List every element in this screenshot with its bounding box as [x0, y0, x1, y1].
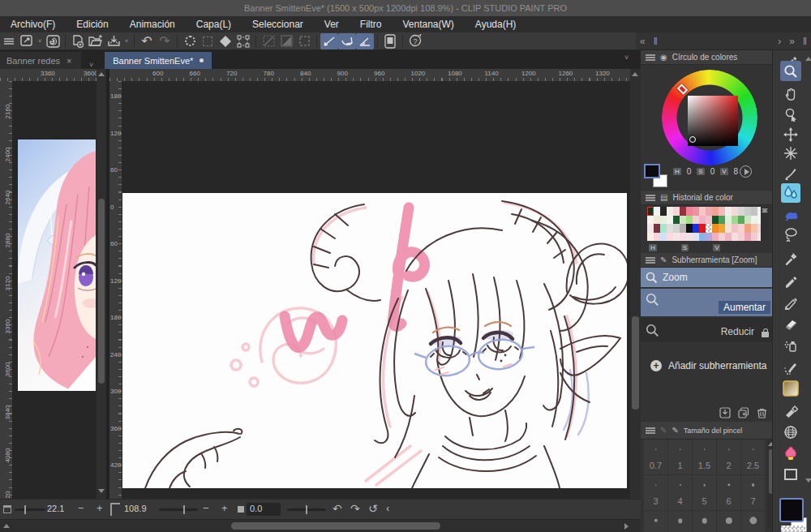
history-sort-key[interactable]: S	[681, 244, 689, 251]
scrollbar-thumb[interactable]	[231, 522, 440, 530]
redo-icon[interactable]: ↷	[156, 33, 174, 49]
brush-size-cell[interactable]: 15	[717, 511, 740, 532]
history-swatch[interactable]	[699, 233, 706, 242]
history-swatch[interactable]	[693, 216, 699, 225]
history-swatch[interactable]	[712, 207, 719, 216]
pencil-tool[interactable]	[780, 292, 801, 312]
deselect-icon[interactable]	[217, 33, 234, 49]
history-swatch[interactable]	[660, 224, 667, 233]
operation-tool[interactable]	[780, 104, 801, 124]
menu-item[interactable]: Seleccionar	[242, 16, 314, 32]
history-swatch[interactable]	[732, 224, 738, 233]
saturation-value-box[interactable]	[688, 96, 738, 146]
history-swatch[interactable]	[673, 224, 680, 233]
history-swatch[interactable]	[738, 233, 744, 242]
brush-size-cell[interactable]: 1	[668, 440, 692, 474]
history-swatch[interactable]	[686, 216, 693, 225]
expand-up-icon[interactable]	[3, 524, 10, 528]
collapse-left-icon[interactable]: «	[636, 36, 650, 47]
eraser-tool[interactable]	[780, 313, 801, 333]
frame-border-tool[interactable]	[780, 464, 801, 484]
auto-select-tool[interactable]	[780, 143, 801, 163]
color-wheel-panel-header[interactable]: ◉ Círculo de colores	[641, 50, 772, 65]
scroll-up-icon[interactable]	[98, 72, 105, 76]
history-swatch[interactable]	[712, 216, 719, 225]
scrollbar-thumb[interactable]	[632, 316, 639, 410]
history-swatch[interactable]	[654, 216, 660, 225]
tab-close-icon[interactable]: ×	[67, 56, 71, 66]
brush-size-cell[interactable]: 2.5	[741, 440, 765, 474]
gradient-tool[interactable]	[780, 378, 801, 398]
history-swatch[interactable]	[660, 207, 667, 216]
clip-studio-open-icon[interactable]	[18, 33, 36, 49]
history-swatch[interactable]	[712, 233, 719, 242]
history-swatch[interactable]	[744, 224, 751, 233]
canvas-dropdown-icon[interactable]: ˅	[624, 54, 629, 62]
history-swatch[interactable]	[660, 216, 667, 225]
history-swatch[interactable]	[725, 224, 732, 233]
expand-all-icon[interactable]: »	[785, 36, 799, 47]
marker-tool[interactable]	[780, 400, 801, 420]
duplicate-subtool-icon[interactable]	[738, 407, 749, 418]
history-swatch[interactable]	[647, 216, 654, 225]
history-swatch[interactable]	[654, 233, 660, 242]
hand-tool[interactable]	[780, 84, 801, 104]
panel-menu-icon[interactable]	[646, 257, 655, 264]
main-pane-h-scrollbar[interactable]	[0, 519, 641, 532]
history-swatch[interactable]	[725, 207, 732, 216]
snap-grid-icon[interactable]	[295, 33, 313, 49]
history-swatch[interactable]	[667, 207, 673, 216]
scroll-down-icon[interactable]	[762, 208, 768, 212]
history-swatch[interactable]	[654, 224, 660, 233]
companion-mode-icon[interactable]	[381, 33, 399, 49]
history-swatch[interactable]	[686, 224, 693, 233]
history-swatch[interactable]	[680, 233, 686, 242]
tab-dropdown-icon[interactable]: ˅	[89, 61, 93, 69]
divider-grip2-icon[interactable]: ‖	[799, 36, 811, 47]
history-swatch[interactable]	[712, 224, 719, 233]
main-pane-v-scrollbar[interactable]	[630, 69, 641, 511]
menu-item[interactable]: Animación	[119, 16, 186, 32]
divider-grip-icon[interactable]: ‖	[650, 36, 662, 47]
brush-size-cell[interactable]: 10	[668, 511, 692, 532]
ruler-corner-icon[interactable]	[110, 503, 120, 516]
decoration-tool[interactable]	[780, 357, 801, 377]
history-swatch[interactable]	[699, 207, 706, 216]
history-swatch[interactable]	[751, 233, 757, 242]
menu-item[interactable]: Filtro	[350, 16, 393, 32]
main-menu-icon[interactable]	[0, 33, 18, 49]
menu-item[interactable]: Ayuda(H)	[465, 16, 526, 32]
rotation-value-box[interactable]: 0.0	[247, 503, 281, 516]
airbrush-tool[interactable]	[780, 335, 801, 355]
select-area-icon[interactable]	[199, 33, 217, 49]
history-swatch[interactable]	[706, 224, 712, 233]
history-swatch[interactable]	[654, 207, 660, 216]
panel-menu-icon[interactable]	[646, 427, 655, 434]
history-swatch[interactable]	[686, 207, 693, 216]
navigator-icon[interactable]	[3, 505, 11, 513]
transform-icon[interactable]	[234, 33, 252, 49]
history-swatch[interactable]	[680, 207, 686, 216]
history-swatch[interactable]	[732, 216, 738, 225]
menu-item[interactable]: Ventana(W)	[392, 16, 464, 32]
tab-banner-smitteneve[interactable]: Banner SmittenEve*	[105, 52, 212, 69]
brush-size-cell[interactable]: 3	[644, 475, 667, 510]
history-swatch[interactable]	[744, 216, 751, 225]
history-swatch[interactable]	[719, 207, 725, 216]
history-swatch[interactable]	[647, 207, 654, 216]
collapse-status-icon[interactable]: ‹	[386, 502, 389, 514]
menu-item[interactable]: Archivo(F)	[0, 16, 66, 32]
history-swatch[interactable]	[719, 224, 725, 233]
history-swatch[interactable]	[751, 216, 757, 225]
history-swatch[interactable]	[667, 224, 673, 233]
clip-studio-spiral-icon[interactable]	[44, 33, 62, 49]
color-history-panel-header[interactable]: ▤ Historial de color	[641, 191, 772, 205]
left-zoom-out-button[interactable]: −	[78, 502, 84, 514]
left-zoom-slider[interactable]	[15, 508, 45, 511]
history-swatch[interactable]	[732, 207, 738, 216]
subtool-item-reducir[interactable]: Reducir	[641, 318, 772, 342]
history-sort-key[interactable]: V	[713, 244, 720, 251]
subtool-panel-header[interactable]: ✎ Subherramienta [Zoom]	[641, 253, 772, 268]
move-layer-tool[interactable]	[780, 124, 801, 144]
left-zoom-in-button[interactable]: +	[97, 502, 103, 514]
